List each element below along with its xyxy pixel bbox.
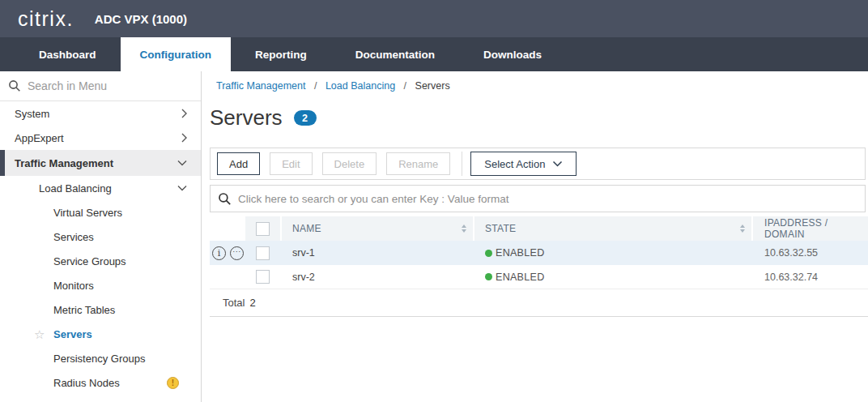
sidebar-item-label: Metric Tables (53, 304, 115, 316)
citrix-logo: citrix. (18, 7, 74, 31)
column-label-ipaddress: IPADDRESS / DOMAIN (764, 217, 868, 240)
rename-button[interactable]: Rename (386, 152, 450, 175)
tab-reporting[interactable]: Reporting (231, 37, 331, 71)
search-icon (218, 192, 232, 206)
chevron-down-icon (552, 160, 563, 167)
sort-icon[interactable] (462, 225, 466, 233)
sidebar-item-servers[interactable]: ☆ Servers (0, 322, 201, 346)
sidebar-item-label: System (15, 108, 49, 120)
breadcrumb-separator: / (314, 80, 317, 92)
header-state[interactable]: STATE (474, 216, 751, 241)
tab-dashboard[interactable]: Dashboard (15, 37, 121, 71)
cell-name: srv-1 (282, 241, 473, 265)
sidebar-item-label: AppExpert (15, 132, 64, 144)
sidebar-item-load-balancing[interactable]: Load Balancing (0, 176, 201, 200)
tab-configuration[interactable]: Configuration (121, 37, 231, 71)
chevron-right-icon (181, 132, 188, 143)
sidebar-item-label: Monitors (53, 280, 94, 292)
sidebar-item-label: Traffic Management (15, 157, 113, 169)
row-checkbox-cell (245, 265, 280, 289)
search-icon (8, 79, 21, 92)
chevron-down-icon (177, 185, 188, 192)
sort-icon[interactable] (740, 225, 745, 233)
sidebar-item-system[interactable]: System (0, 101, 201, 126)
select-action-label: Select Action (484, 158, 545, 170)
total-value: 2 (249, 297, 255, 309)
server-name: srv-2 (292, 272, 315, 283)
count-badge: 2 (294, 110, 317, 126)
page-title: Servers (210, 105, 283, 130)
sidebar-item-radius-nodes[interactable]: Radius Nodes ! (0, 370, 201, 395)
breadcrumb: Traffic Management / Load Balancing / Se… (216, 80, 450, 92)
ellipsis-menu-icon[interactable]: ··· (230, 246, 244, 260)
main-content: Traffic Management / Load Balancing / Se… (202, 71, 868, 402)
cell-name: srv-2 (282, 265, 473, 289)
select-all-checkbox[interactable] (256, 222, 270, 236)
favorite-star-icon[interactable]: ☆ (34, 328, 45, 340)
header-ipaddress[interactable]: IPADDRESS / DOMAIN (753, 216, 868, 241)
table-row[interactable]: i ··· srv-1 ENABLED 10.63.32.55 (210, 241, 868, 265)
column-label-name: NAME (292, 223, 321, 234)
sidebar-search[interactable] (0, 71, 201, 101)
select-action-dropdown[interactable]: Select Action (470, 152, 577, 176)
sidebar-item-label: Radius Nodes (53, 377, 120, 389)
add-button[interactable]: Add (217, 152, 260, 175)
enabled-status-dot (485, 273, 492, 280)
enabled-status-dot (485, 250, 492, 257)
cell-state: ENABLED (474, 265, 751, 289)
sidebar-item-metric-tables[interactable]: Metric Tables (0, 297, 201, 322)
table-footer: Total 2 (210, 289, 868, 317)
header-checkbox-cell (245, 216, 280, 241)
table-header: NAME STATE IPADDRESS / DOMAIN (210, 216, 868, 241)
menu-search-input[interactable] (28, 79, 165, 92)
sidebar-item-label: Virtual Servers (53, 207, 122, 219)
row-action-icons: i ··· (210, 241, 245, 265)
sidebar-item-appexpert[interactable]: AppExpert (0, 126, 201, 150)
sidebar-item-service-groups[interactable]: Service Groups (0, 249, 201, 273)
row-action-icons (210, 265, 245, 289)
chevron-down-icon (177, 160, 188, 167)
sidebar-item-services[interactable]: Services (0, 225, 201, 249)
header-name[interactable]: NAME (282, 216, 473, 241)
row-checkbox[interactable] (256, 246, 270, 260)
info-icon[interactable]: i (212, 246, 226, 260)
table-search-input[interactable] (238, 193, 857, 205)
total-label: Total (223, 297, 245, 309)
sidebar-item-label: Load Balancing (39, 182, 112, 195)
toolbar: Add Edit Delete Rename Select Action (210, 148, 866, 180)
cell-state: ENABLED (474, 241, 751, 265)
tab-documentation[interactable]: Documentation (331, 37, 459, 71)
sidebar-item-monitors[interactable]: Monitors (0, 273, 201, 297)
breadcrumb-current: Servers (415, 80, 450, 92)
sidebar: System AppExpert Traffic Management Load… (0, 71, 202, 402)
table-row[interactable]: srv-2 ENABLED 10.63.32.74 (210, 265, 868, 289)
sidebar-item-label: Persistency Groups (53, 353, 145, 365)
breadcrumb-separator: / (404, 80, 406, 92)
row-checkbox[interactable] (256, 270, 270, 284)
tab-downloads[interactable]: Downloads (459, 37, 566, 71)
cell-ipaddress: 10.63.32.55 (753, 241, 868, 265)
sidebar-item-traffic-management[interactable]: Traffic Management (0, 150, 201, 176)
primary-nav: Dashboard Configuration Reporting Docume… (0, 37, 868, 71)
breadcrumb-load-balancing[interactable]: Load Balancing (326, 80, 395, 92)
state-text: ENABLED (496, 247, 544, 259)
warning-icon: ! (167, 377, 179, 389)
table-search-bar[interactable] (210, 185, 866, 212)
chevron-right-icon (181, 108, 188, 119)
sidebar-item-label: Servers (53, 328, 92, 340)
breadcrumb-traffic-management[interactable]: Traffic Management (216, 80, 305, 92)
app-header: citrix. ADC VPX (1000) (0, 0, 868, 37)
page-title-row: Servers 2 (210, 105, 317, 130)
delete-button[interactable]: Delete (322, 152, 377, 175)
server-name: srv-1 (292, 247, 315, 259)
cell-ipaddress: 10.63.32.74 (753, 265, 868, 289)
toolbar-divider (462, 152, 462, 176)
column-label-state: STATE (485, 223, 516, 234)
sidebar-item-persistency-groups[interactable]: Persistency Groups (0, 346, 201, 370)
edit-button[interactable]: Edit (270, 152, 312, 175)
state-text: ENABLED (496, 272, 544, 283)
product-title: ADC VPX (1000) (95, 12, 187, 26)
sidebar-item-label: Service Groups (53, 255, 126, 267)
sidebar-item-virtual-servers[interactable]: Virtual Servers (0, 200, 201, 225)
ip-address: 10.63.32.74 (764, 272, 818, 283)
